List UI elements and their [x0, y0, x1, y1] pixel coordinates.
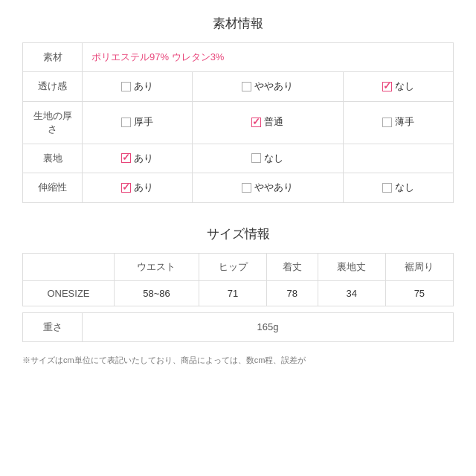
- size-header-0: [23, 253, 115, 280]
- empty-cell-3: [344, 144, 454, 173]
- option-cell-2-2: 薄手: [344, 101, 454, 144]
- material-label-1: 透け感: [23, 72, 83, 102]
- checkbox-checked-1-2: [382, 82, 392, 91]
- checkbox-item-2-2: 薄手: [382, 115, 414, 129]
- size-cell-0-0: 58~86: [114, 280, 199, 306]
- option-cell-2-1: 普通: [192, 101, 344, 144]
- size-section: サイズ情報 ウエストヒップ着丈裏地丈裾周り ONESIZE58~86717834…: [22, 225, 454, 367]
- checkbox-item-4-1: ややあり: [242, 181, 293, 194]
- checkbox-checked-3-0: [121, 153, 131, 163]
- size-section-title: サイズ情報: [22, 225, 454, 242]
- checkbox-checked-2-1: [251, 118, 261, 127]
- weight-value: 165g: [83, 312, 454, 341]
- option-cell-1-2: なし: [344, 72, 454, 102]
- option-cell-4-1: ややあり: [192, 173, 344, 203]
- size-header-2: ヒップ: [199, 253, 266, 280]
- weight-label: 重さ: [23, 312, 83, 341]
- checkbox-empty-2-0: [121, 118, 131, 127]
- size-header-1: ウエスト: [114, 253, 199, 280]
- size-cell-0-3: 34: [318, 280, 385, 306]
- checkbox-empty-4-1: [242, 183, 251, 193]
- option-label-3-0: あり: [134, 152, 153, 165]
- option-label-1-0: あり: [134, 80, 153, 93]
- option-cell-3-0: あり: [83, 144, 193, 173]
- material-section-title: 素材情報: [22, 15, 454, 32]
- option-cell-3-1: なし: [192, 144, 344, 173]
- option-cell-1-1: ややあり: [192, 72, 344, 102]
- option-label-4-1: ややあり: [254, 181, 293, 194]
- checkbox-item-1-1: ややあり: [242, 80, 293, 93]
- size-cell-0-2: 78: [267, 280, 318, 306]
- size-cell-0-1: 71: [199, 280, 266, 306]
- checkbox-item-4-2: なし: [382, 181, 414, 194]
- checkbox-empty-3-1: [251, 153, 261, 163]
- size-header-3: 着丈: [267, 253, 318, 280]
- checkbox-item-2-1: 普通: [251, 115, 283, 129]
- weight-table: 重さ 165g: [22, 312, 454, 342]
- size-cell-0-4: 75: [385, 280, 453, 306]
- checkbox-item-3-1: なし: [251, 152, 283, 165]
- material-label-2: 生地の厚さ: [23, 101, 83, 144]
- option-label-4-0: あり: [134, 181, 153, 194]
- size-row-label-0: ONESIZE: [23, 280, 115, 306]
- material-table: 素材 ポリエステル97% ウレタン3% 透け感 あり ややあり なし 生地の厚さ: [22, 42, 454, 203]
- option-cell-2-0: 厚手: [83, 101, 193, 144]
- checkbox-item-1-0: あり: [121, 80, 153, 93]
- option-label-3-1: なし: [264, 152, 283, 165]
- material-label-3: 裏地: [23, 144, 83, 173]
- checkbox-empty-1-0: [121, 82, 131, 91]
- option-cell-4-2: なし: [344, 173, 454, 203]
- option-label-2-0: 厚手: [134, 115, 153, 129]
- material-label-4: 伸縮性: [23, 173, 83, 203]
- checkbox-empty-2-2: [382, 118, 392, 127]
- footnote: ※サイズはcm単位にて表記いたしており、商品によっては、数cm程、誤差が: [22, 354, 454, 367]
- option-cell-1-0: あり: [83, 72, 193, 102]
- checkbox-item-2-0: 厚手: [121, 115, 153, 129]
- option-label-1-2: なし: [395, 80, 414, 93]
- checkbox-checked-4-0: [121, 183, 131, 193]
- option-label-2-2: 薄手: [395, 115, 414, 129]
- checkbox-empty-4-2: [382, 183, 392, 193]
- size-table: ウエストヒップ着丈裏地丈裾周り ONESIZE58~8671783475: [22, 253, 454, 306]
- option-label-2-1: 普通: [264, 115, 283, 129]
- option-label-4-2: なし: [395, 181, 414, 194]
- checkbox-item-4-0: あり: [121, 181, 153, 194]
- material-label-0: 素材: [23, 43, 83, 72]
- size-header-4: 裏地丈: [318, 253, 385, 280]
- checkbox-item-3-0: あり: [121, 152, 153, 165]
- size-header-5: 裾周り: [385, 253, 453, 280]
- checkbox-item-1-2: なし: [382, 80, 414, 93]
- option-label-1-1: ややあり: [254, 80, 293, 93]
- option-cell-4-0: あり: [83, 173, 193, 203]
- checkbox-empty-1-1: [242, 82, 251, 91]
- material-value-0: ポリエステル97% ウレタン3%: [83, 43, 454, 72]
